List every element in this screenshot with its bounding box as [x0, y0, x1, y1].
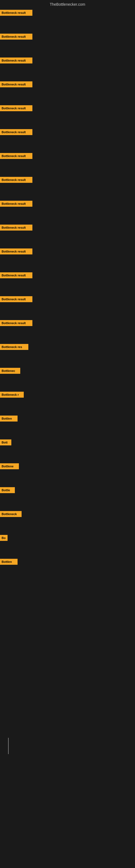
bar-row: Bottleneck result	[0, 31, 135, 55]
site-title: TheBottlenecker.com	[0, 0, 135, 8]
bar-row: Bottleneck result	[0, 55, 135, 79]
bar-row: Bottle	[0, 485, 135, 509]
bar-row: Bottleneck result	[0, 103, 135, 127]
bar-row: Bottleneck result	[0, 79, 135, 103]
bottleneck-result-bar[interactable]: Bottleneck res	[0, 344, 28, 350]
bottleneck-result-bar[interactable]: Bottleneck	[0, 511, 21, 517]
bar-row: Bo	[0, 533, 135, 557]
bottleneck-result-bar[interactable]: Bottleneck result	[0, 320, 32, 326]
bottleneck-result-bar[interactable]: Bottleneck r	[0, 392, 24, 398]
bar-row: Bottleneck result	[0, 8, 135, 31]
bottleneck-result-bar[interactable]: Bottleneck result	[0, 129, 32, 135]
bar-row: Bott	[0, 437, 135, 461]
bottleneck-result-bar[interactable]: Bottleneck result	[0, 153, 32, 159]
bottleneck-result-bar[interactable]: Bottleneck result	[0, 248, 32, 254]
bottleneck-result-bar[interactable]: Bottleneck result	[0, 10, 32, 16]
bars-container: Bottleneck resultBottleneck resultBottle…	[0, 8, 135, 581]
bottleneck-result-bar[interactable]: Bo	[0, 535, 8, 541]
bar-row: Bottleneck res	[0, 342, 135, 366]
bottleneck-result-bar[interactable]: Bottlene	[0, 463, 19, 469]
cursor-line	[8, 738, 9, 754]
bottleneck-result-bar[interactable]: Bottleneck result	[0, 201, 32, 207]
bar-row: Bottlen	[0, 557, 135, 581]
bottleneck-result-bar[interactable]: Bottlenec	[0, 368, 20, 374]
bottleneck-result-bar[interactable]: Bottleneck result	[0, 177, 32, 183]
bar-row: Bottleneck result	[0, 175, 135, 198]
bar-row: Bottleneck r	[0, 390, 135, 413]
bar-row: Bottlen	[0, 413, 135, 437]
bar-row: Bottleneck result	[0, 127, 135, 151]
bottleneck-result-bar[interactable]: Bottle	[0, 487, 15, 493]
bar-row: Bottlenec	[0, 366, 135, 390]
bottleneck-result-bar[interactable]: Bottleneck result	[0, 296, 32, 302]
bottleneck-result-bar[interactable]: Bottlen	[0, 559, 17, 565]
bar-row: Bottleneck result	[0, 222, 135, 246]
bottleneck-result-bar[interactable]: Bottleneck result	[0, 58, 32, 63]
bar-row: Bottleneck result	[0, 198, 135, 222]
bottleneck-result-bar[interactable]: Bottleneck result	[0, 105, 32, 111]
bar-row: Bottleneck result	[0, 294, 135, 318]
bottleneck-result-bar[interactable]: Bottlen	[0, 415, 17, 422]
bottleneck-result-bar[interactable]: Bottleneck result	[0, 34, 32, 40]
bottleneck-result-bar[interactable]: Bottleneck result	[0, 272, 32, 278]
bar-row: Bottleneck result	[0, 270, 135, 294]
bottleneck-result-bar[interactable]: Bottleneck result	[0, 82, 32, 87]
bar-row: Bottleneck result	[0, 151, 135, 175]
bar-row: Bottleneck result	[0, 246, 135, 270]
bar-row: Bottlene	[0, 461, 135, 485]
bar-row: Bottleneck result	[0, 318, 135, 342]
bottleneck-result-bar[interactable]: Bottleneck result	[0, 225, 32, 230]
bottleneck-result-bar[interactable]: Bott	[0, 439, 11, 445]
bar-row: Bottleneck	[0, 509, 135, 533]
